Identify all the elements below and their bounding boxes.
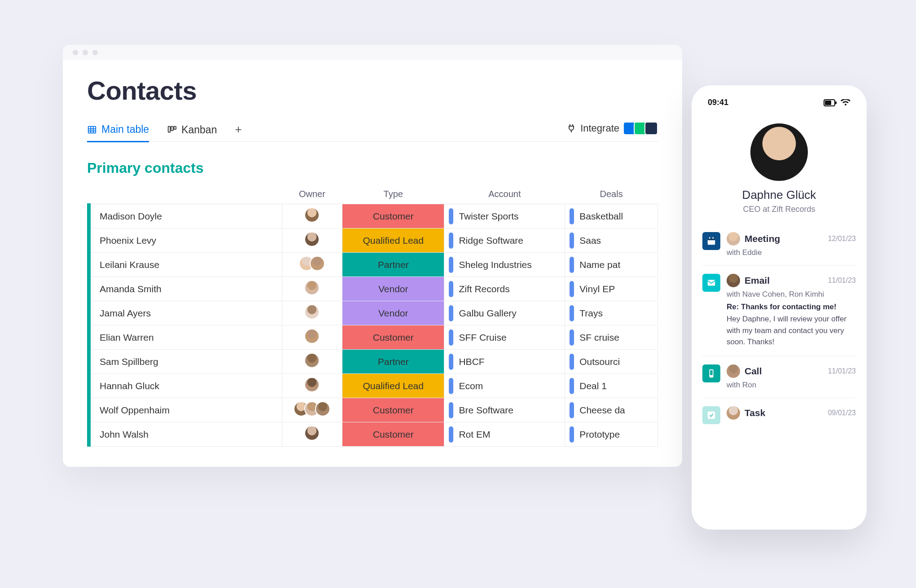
type-cell[interactable]: Vendor [342, 301, 444, 325]
type-cell[interactable]: Partner [342, 253, 444, 277]
name-cell[interactable]: Madison Doyle [87, 204, 282, 228]
type-cell[interactable]: Qualified Lead [342, 374, 444, 398]
deals-cell[interactable]: Prototype [565, 422, 658, 447]
activity-date: 11/01/23 [828, 276, 856, 285]
deal-value: Deal 1 [579, 381, 607, 391]
account-cell[interactable]: Bre Software [444, 398, 565, 422]
activity-with: with Eddie [727, 248, 856, 257]
account-cell[interactable]: Ridge Software [444, 228, 565, 253]
owner-cell[interactable] [282, 422, 342, 447]
type-cell[interactable]: Customer [342, 204, 444, 228]
integration-apps[interactable] [626, 122, 658, 135]
window-control-min[interactable] [83, 50, 88, 55]
owner-cell[interactable] [282, 253, 342, 277]
name-cell[interactable]: Jamal Ayers [87, 301, 282, 325]
type-cell[interactable]: Partner [342, 350, 444, 374]
deals-cell[interactable]: Deal 1 [565, 374, 658, 398]
name-cell[interactable]: John Walsh [87, 422, 282, 447]
name-cell[interactable]: Sam Spillberg [87, 350, 282, 374]
name-cell[interactable]: Wolf Oppenhaim [87, 398, 282, 422]
mirror-indicator-icon [449, 354, 453, 370]
table-row[interactable]: Sam SpillbergPartnerHBCFOutsourci [87, 350, 658, 374]
contacts-table: Owner Type Account Deals Madison DoyleCu… [87, 184, 658, 447]
views-tabs: Main table Kanban + Integrate [87, 120, 658, 142]
name-cell[interactable]: Leilani Krause [87, 253, 282, 277]
add-view-button[interactable]: + [235, 123, 241, 139]
table-row[interactable]: Hannah GluckQualified LeadEcomDeal 1 [87, 374, 658, 398]
account-cell[interactable]: Rot EM [444, 422, 565, 447]
type-cell[interactable]: Vendor [342, 277, 444, 301]
table-row[interactable]: Elian WarrenCustomerSFF CruiseSF cruise [87, 325, 658, 350]
owner-cell[interactable] [282, 350, 342, 374]
col-header-deals[interactable]: Deals [565, 184, 658, 204]
profile-name: Daphne Glück [702, 188, 856, 202]
group-title[interactable]: Primary contacts [87, 160, 658, 176]
account-cell[interactable]: SFF Cruise [444, 325, 565, 350]
activity-item[interactable]: Email11/01/23with Nave Cohen, Ron KimhiR… [702, 266, 856, 356]
owner-cell[interactable] [282, 325, 342, 350]
deal-value: SF cruise [579, 332, 619, 343]
account-cell[interactable]: Galbu Gallery [444, 301, 565, 325]
account-cell[interactable]: Twister Sports [444, 204, 565, 228]
mirror-indicator-icon [449, 208, 453, 224]
col-header-account[interactable]: Account [444, 184, 565, 204]
owner-cell[interactable] [282, 301, 342, 325]
owner-cell[interactable] [282, 204, 342, 228]
owner-cell[interactable] [282, 277, 342, 301]
svg-rect-17 [710, 370, 713, 375]
meeting-icon [702, 232, 720, 250]
activity-item[interactable]: Meeting12/01/23with Eddie [702, 224, 856, 266]
table-row[interactable]: Phoenix LevyQualified LeadRidge Software… [87, 228, 658, 253]
deals-cell[interactable]: SF cruise [565, 325, 658, 350]
deals-cell[interactable]: Vinyl EP [565, 277, 658, 301]
svg-rect-6 [171, 127, 173, 131]
avatar [304, 377, 320, 392]
svg-rect-13 [709, 237, 710, 239]
account-cell[interactable]: Sheleg Industries [444, 253, 565, 277]
table-row[interactable]: Wolf OppenhaimCustomerBre SoftwareCheese… [87, 398, 658, 422]
integrate-button[interactable]: Integrate [566, 123, 619, 134]
mirror-indicator-icon [570, 233, 574, 249]
integrate-label: Integrate [580, 123, 619, 134]
deals-cell[interactable]: Cheese da [565, 398, 658, 422]
mirror-indicator-icon [449, 402, 453, 418]
col-header-owner[interactable]: Owner [282, 184, 342, 204]
name-cell[interactable]: Hannah Gluck [87, 374, 282, 398]
deals-cell[interactable]: Saas [565, 228, 658, 253]
name-cell[interactable]: Elian Warren [87, 325, 282, 350]
type-cell[interactable]: Customer [342, 325, 444, 350]
activity-item[interactable]: Task09/01/23 [702, 398, 856, 432]
deals-cell[interactable]: Basketball [565, 204, 658, 228]
table-row[interactable]: John WalshCustomerRot EMPrototype [87, 422, 658, 447]
table-row[interactable]: Jamal AyersVendorGalbu GalleryTrays [87, 301, 658, 325]
deals-cell[interactable]: Trays [565, 301, 658, 325]
table-row[interactable]: Leilani KrausePartnerSheleg IndustriesNa… [87, 253, 658, 277]
account-cell[interactable]: Ecom [444, 374, 565, 398]
avatar [304, 353, 320, 368]
activity-item[interactable]: Call11/01/23with Ron [702, 356, 856, 398]
deals-cell[interactable]: Name pat [565, 253, 658, 277]
table-row[interactable]: Amanda SmithVendorZift RecordsVinyl EP [87, 277, 658, 301]
account-cell[interactable]: Zift Records [444, 277, 565, 301]
type-cell[interactable]: Qualified Lead [342, 228, 444, 253]
mobile-contact-card: 09:41 Daphne Glück CEO at Zift Records M… [692, 85, 867, 530]
account-cell[interactable]: HBCF [444, 350, 565, 374]
name-cell[interactable]: Amanda Smith [87, 277, 282, 301]
owner-cell[interactable] [282, 398, 342, 422]
window-control-max[interactable] [92, 50, 98, 55]
col-header-type[interactable]: Type [342, 184, 444, 204]
col-header-name[interactable] [87, 184, 282, 204]
table-row[interactable]: Madison DoyleCustomerTwister SportsBaske… [87, 204, 658, 228]
deals-cell[interactable]: Outsourci [565, 350, 658, 374]
tab-main-table[interactable]: Main table [87, 120, 149, 142]
tab-kanban[interactable]: Kanban [167, 120, 217, 141]
profile-avatar[interactable] [750, 123, 808, 181]
type-cell[interactable]: Customer [342, 398, 444, 422]
window-control-close[interactable] [73, 50, 78, 55]
account-value: Galbu Gallery [459, 308, 516, 319]
name-cell[interactable]: Phoenix Levy [87, 228, 282, 253]
owner-cell[interactable] [282, 374, 342, 398]
call-icon [702, 364, 720, 382]
owner-cell[interactable] [282, 228, 342, 253]
type-cell[interactable]: Customer [342, 422, 444, 447]
